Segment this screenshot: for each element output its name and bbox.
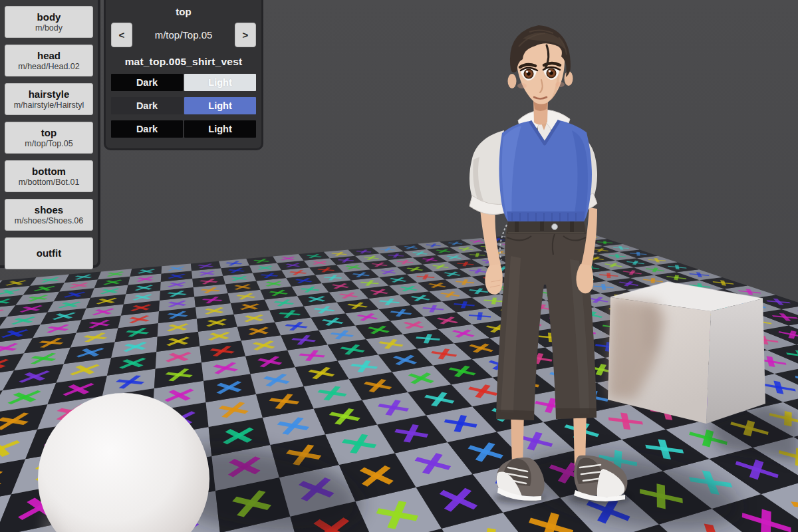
cube-prop [608,282,765,424]
material-color-row: Dark Light [111,74,256,91]
sidebar-item-label: body [37,11,61,23]
sidebar-item-bottom[interactable]: bottom m/bottom/Bot.01 [5,160,93,192]
sidebar-item-label: top [41,127,57,139]
head [508,25,573,104]
sidebar-item-sublabel: m/hairstyle/Hairstyl [14,100,84,110]
material-light-button-2[interactable]: Light [184,97,256,114]
top-options-panel: top < m/top/Top.05 > mat_top.005_shirt_v… [104,0,263,150]
sidebar-item-hairstyle[interactable]: hairstyle m/hairstyle/Hairstyl [5,83,93,115]
pants-button [552,224,558,230]
panel-title: top [111,6,256,17]
sidebar-item-top[interactable]: top m/top/Top.05 [5,122,93,154]
category-sidebar: body m/body head m/head/Head.02 hairstyl… [0,0,100,268]
sidebar-item-label: head [37,50,61,62]
asset-selector: < m/top/Top.05 > [111,23,256,47]
sidebar-item-label: bottom [32,166,66,178]
sidebar-item-head[interactable]: head m/head/Head.02 [5,45,93,76]
sidebar-item-shoes[interactable]: shoes m/shoes/Shoes.06 [5,199,93,231]
sidebar-item-label: hairstyle [29,88,70,100]
next-button[interactable]: > [235,23,256,47]
sidebar-item-sublabel: m/top/Top.05 [25,139,72,149]
sidebar-item-sublabel: m/bottom/Bot.01 [19,178,80,188]
sidebar-item-label: outfit [37,247,61,259]
sidebar-item-outfit[interactable]: outfit [5,237,93,269]
character-customizer-window: body m/body head m/head/Head.02 hairstyl… [0,0,798,532]
sidebar-item-sublabel: m/head/Head.02 [18,62,79,72]
material-name-label: mat_top.005_shirt_vest [111,56,256,68]
floor-shadows [144,404,798,532]
sphere-prop [38,393,209,532]
sidebar-item-body[interactable]: body m/body [5,6,93,38]
prev-button[interactable]: < [111,23,132,47]
material-light-button-3[interactable]: Light [184,120,256,138]
material-dark-button-2[interactable]: Dark [111,97,183,114]
material-color-row: Dark Light [111,97,256,114]
material-color-row: Dark Light [111,120,256,138]
sidebar-item-sublabel: m/body [35,23,63,33]
material-color-rows: Dark Light Dark Light Dark Light [111,74,256,138]
arm-left [480,207,503,295]
sidebar-item-sublabel: m/shoes/Shoes.06 [15,216,84,226]
material-light-button-1[interactable]: Light [184,74,256,91]
material-dark-button-1[interactable]: Dark [111,74,183,91]
material-dark-button-3[interactable]: Dark [111,120,183,138]
selected-asset-label: m/top/Top.05 [132,29,235,41]
sidebar-item-label: shoes [35,204,63,216]
character-model [469,25,630,503]
pants [496,221,597,420]
